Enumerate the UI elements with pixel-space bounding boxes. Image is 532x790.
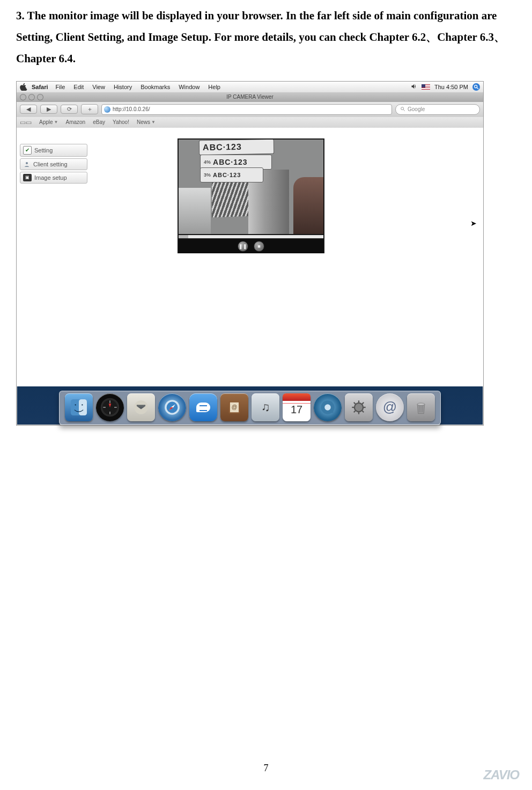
svg-line-1 <box>477 87 478 89</box>
menu-file[interactable]: File <box>56 84 65 90</box>
svg-rect-26 <box>330 409 334 413</box>
music-note-icon: ♫ <box>261 400 270 414</box>
video-feed: ABC·123 4%ABC·123 3%ABC·123 <box>179 140 323 234</box>
window-title: IP CAMERA Viewer <box>226 94 273 100</box>
svg-point-4 <box>26 162 28 164</box>
sidebar-setting[interactable]: ✔ Setting <box>20 144 87 157</box>
sidebar-image-setup-label: Image setup <box>34 174 67 181</box>
address-book-icon[interactable]: @ <box>220 393 248 421</box>
sidebar-setting-label: Setting <box>34 147 53 153</box>
itunes-icon[interactable]: ♫ <box>252 393 279 421</box>
check-icon: ✔ <box>23 146 32 155</box>
add-bookmark-button[interactable]: ＋ <box>81 104 98 114</box>
svg-text:@: @ <box>232 404 238 410</box>
svg-point-7 <box>75 404 76 405</box>
address-url: http://10.0.0.26/ <box>113 106 150 112</box>
svg-rect-16 <box>137 405 145 406</box>
close-button[interactable] <box>20 94 26 100</box>
menu-history[interactable]: History <box>114 84 132 90</box>
menu-edit[interactable]: Edit <box>73 84 84 90</box>
reload-button[interactable]: ⟳ <box>61 105 78 114</box>
menubar-app-name[interactable]: Safari <box>32 84 48 90</box>
volume-icon[interactable] <box>411 83 417 91</box>
menubar-clock[interactable]: Thu 4:50 PM <box>434 84 468 90</box>
svg-rect-6 <box>79 399 87 415</box>
body-paragraph: 3. The monitor image will be displayed i… <box>16 5 516 70</box>
ical-icon[interactable]: 17 <box>283 393 311 421</box>
bookmark-amazon[interactable]: Amazon <box>66 119 86 125</box>
camera-viewer: ABC·123 4%ABC·123 3%ABC·123 ❚❚ ■ <box>178 138 324 253</box>
back-button[interactable]: ◀ <box>20 105 37 114</box>
finder-icon[interactable] <box>65 393 93 421</box>
window-titlebar: IP CAMERA Viewer <box>17 92 483 103</box>
video-scrollbar[interactable] <box>179 235 323 238</box>
forward-button[interactable]: ▶ <box>40 105 57 114</box>
search-icon <box>400 106 405 113</box>
zoom-button[interactable] <box>37 94 43 100</box>
sidebar-image-setup[interactable]: ▣ Image setup <box>20 172 87 184</box>
svg-line-35 <box>354 410 356 412</box>
bookmarks-bar: ▭▭ Apple▼ Amazon eBay Yahoo! News▼ <box>17 117 483 128</box>
svg-point-2 <box>401 107 404 109</box>
mouse-cursor-icon: ➤ <box>470 219 477 228</box>
bookmark-apple[interactable]: Apple▼ <box>39 119 58 125</box>
page-number: 7 <box>0 763 532 774</box>
quicktime-icon[interactable] <box>314 393 342 421</box>
video-controls: ❚❚ ■ <box>179 239 323 253</box>
mail-icon[interactable] <box>127 393 155 421</box>
dashboard-icon[interactable] <box>96 393 124 421</box>
mac-screenshot: Safari File Edit View History Bookmarks … <box>16 81 484 426</box>
speech-bubble-icon <box>196 403 210 412</box>
ical-day: 17 <box>291 404 302 416</box>
dock: @ ♫ 17 @ <box>17 387 483 425</box>
footer-logo: ZAVIO <box>483 767 519 782</box>
search-placeholder: Google <box>408 106 425 112</box>
menu-view[interactable]: View <box>92 84 105 90</box>
minimize-button[interactable] <box>28 94 35 100</box>
plate-reading-1: ABC·123 <box>199 140 274 155</box>
dotmac-icon[interactable]: @ <box>376 393 404 421</box>
safari-icon[interactable] <box>158 393 186 421</box>
apple-logo-icon[interactable] <box>20 83 27 91</box>
svg-point-36 <box>417 403 425 406</box>
bookmark-ebay[interactable]: eBay <box>93 119 105 125</box>
svg-point-27 <box>354 403 363 412</box>
sidebar-client-setting[interactable]: Client setting <box>20 158 87 170</box>
address-bar[interactable]: http://10.0.0.26/ <box>101 104 392 115</box>
sidebar: ✔ Setting Client setting ▣ Image setup <box>20 144 87 185</box>
trash-icon[interactable] <box>407 393 435 421</box>
input-flag-icon[interactable] <box>422 84 430 90</box>
site-icon <box>104 106 110 113</box>
macos-menubar: Safari File Edit View History Bookmarks … <box>17 82 483 93</box>
svg-point-0 <box>475 85 477 87</box>
plate-reading-3: 3%ABC·123 <box>200 167 263 182</box>
system-preferences-icon[interactable] <box>345 393 373 421</box>
menu-help[interactable]: Help <box>208 84 220 90</box>
safari-toolbar: ◀ ▶ ⟳ ＋ http://10.0.0.26/ Google <box>17 102 483 118</box>
spotlight-icon[interactable] <box>472 83 480 91</box>
ichat-icon[interactable] <box>189 393 217 421</box>
pause-button[interactable]: ❚❚ <box>238 241 248 252</box>
svg-point-8 <box>82 404 83 405</box>
at-icon: @ <box>383 399 397 415</box>
menu-bookmarks[interactable]: Bookmarks <box>141 84 170 90</box>
svg-line-3 <box>403 109 405 111</box>
bookmark-yahoo[interactable]: Yahoo! <box>113 119 129 125</box>
svg-line-32 <box>354 402 356 404</box>
svg-line-33 <box>362 410 364 412</box>
sidebar-client-setting-label: Client setting <box>33 161 68 167</box>
user-icon <box>23 160 31 168</box>
page-content: ✔ Setting Client setting ▣ Image setup ➤ <box>17 128 483 386</box>
stop-button[interactable]: ■ <box>254 241 264 252</box>
menu-window[interactable]: Window <box>179 84 200 90</box>
svg-point-25 <box>324 404 331 411</box>
svg-line-34 <box>362 402 364 404</box>
search-field[interactable]: Google <box>395 104 480 115</box>
bookmark-news[interactable]: News▼ <box>137 119 156 125</box>
bookmarks-icon[interactable]: ▭▭ <box>20 119 32 126</box>
image-icon: ▣ <box>23 174 32 181</box>
